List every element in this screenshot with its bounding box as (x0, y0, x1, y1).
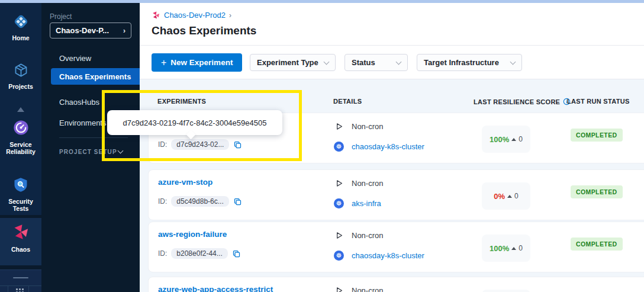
module-rail: Home Projects Service Reliability (0, 3, 41, 292)
service-reliability-icon (12, 128, 30, 138)
play-icon (334, 285, 344, 292)
app-grid-icon[interactable] (16, 288, 18, 290)
column-header-details: DETAILS (333, 98, 362, 105)
chevron-right-icon: › (123, 27, 125, 35)
infra-link[interactable]: chaosday-k8s-cluster (352, 251, 424, 260)
experiment-id-pill[interactable]: b208e0f2-44... (171, 248, 227, 259)
rail-resize-dash-icon (13, 277, 28, 278)
play-icon (334, 178, 344, 188)
rail-item-security-tests[interactable]: Security Tests (0, 177, 41, 212)
sidebar-item-environments[interactable]: Environments (59, 118, 106, 127)
id-tooltip: d7c9d243-0219-4f7c-84c2-3004e59e4505 (107, 110, 282, 135)
schedule-label: Non-cron (352, 286, 383, 292)
chevron-down-icon (510, 59, 516, 65)
delta-value: 0 (519, 135, 523, 143)
id-label: ID: (158, 140, 167, 149)
experiment-name-link[interactable]: azure-web-app-access-restrict (158, 285, 273, 292)
schedule-row: Non-cron (334, 285, 383, 292)
schedule-label: Non-cron (352, 231, 383, 240)
infra-row: ☸ chaosday-k8s-cluster (334, 251, 424, 261)
rail-item-chaos[interactable]: Chaos (0, 218, 41, 265)
experiment-id-row: ID: d7c9d243-02... (158, 139, 242, 150)
rail-scroll-up-icon[interactable] (17, 107, 24, 112)
resilience-score-box: 100% 0 (482, 235, 530, 262)
plus-icon: + (161, 58, 166, 68)
projects-icon (13, 70, 29, 80)
column-header-resilience-score: LAST RESILIENCE SCORE (474, 98, 571, 105)
table-row[interactable]: azure-web-app-access-restrict Non-cron C… (148, 277, 644, 292)
infra-link[interactable]: aks-infra (352, 199, 381, 208)
schedule-label: Non-cron (352, 179, 383, 188)
column-header-last-run-status: LAST RUN STATUS (567, 98, 630, 105)
resilience-score-box: 0% 0 (482, 182, 530, 210)
status-badge: COMPLETED (571, 185, 623, 198)
copy-icon[interactable] (232, 249, 241, 258)
sidebar-divider (59, 137, 128, 138)
play-icon (334, 230, 344, 240)
copy-icon[interactable] (233, 140, 242, 149)
filter-status-label: Status (352, 58, 375, 67)
breadcrumb-project-link[interactable]: Chaos-Dev-Prod2 (164, 11, 226, 20)
resilience-score-value: 0% (494, 192, 505, 201)
breadcrumb: Chaos-Dev-Prod2 › (152, 11, 231, 20)
resilience-score-box (482, 290, 530, 292)
rail-label-service-reliability: Service Reliability (0, 141, 41, 155)
chevron-down-icon[interactable] (118, 148, 124, 154)
project-setup-toggle[interactable]: PROJECT SETUP (59, 149, 117, 155)
filter-target-infrastructure[interactable]: Target Infrastructure (417, 54, 522, 71)
infra-row: ☸ aks-infra (334, 198, 381, 208)
schedule-row: Non-cron (334, 178, 383, 188)
experiment-name-link[interactable]: aws-region-failure (158, 230, 227, 239)
kubernetes-icon: ☸ (334, 142, 344, 152)
experiment-id-row: ID: b208e0f2-44... (158, 248, 241, 259)
table-row[interactable]: aws-region-failure ID: b208e0f2-44... (148, 222, 644, 272)
delta-up-icon (511, 247, 516, 250)
project-section-label: Project (50, 12, 72, 21)
page-title: Chaos Experiments (152, 24, 256, 37)
delta-up-icon (511, 138, 516, 141)
main-content: Chaos-Dev-Prod2 › Chaos Experiments + Ne… (140, 3, 644, 292)
rail-item-service-reliability[interactable]: Service Reliability (0, 119, 41, 155)
play-icon (334, 121, 344, 131)
experiment-id-pill[interactable]: d7c9d243-02... (171, 139, 229, 150)
table-row[interactable]: azure-vm-stop ID: d5c49d8b-6c... (148, 169, 644, 220)
home-icon (13, 21, 29, 31)
delta-up-icon (507, 195, 512, 198)
rail-label-security-tests: Security Tests (0, 198, 41, 212)
filter-status[interactable]: Status (344, 54, 408, 71)
rail-bottom-bar (0, 285, 41, 292)
experiment-id-pill[interactable]: d5c49d8b-6c... (171, 196, 228, 207)
project-selector-value: Chaos-Dev-P... (56, 26, 109, 35)
status-badge: COMPLETED (571, 238, 623, 251)
rail-label-chaos: Chaos (0, 246, 41, 253)
project-sidebar: Project Chaos-Dev-P... › Overview Chaos … (41, 3, 140, 292)
sidebar-item-chaoshubs[interactable]: ChaosHubs (59, 98, 99, 107)
sidebar-item-chaos-experiments[interactable]: Chaos Experiments (51, 68, 140, 85)
project-selector[interactable]: Chaos-Dev-P... › (50, 23, 131, 38)
rail-item-projects[interactable]: Projects (0, 62, 41, 90)
rail-item-home[interactable]: Home (0, 14, 41, 41)
new-experiment-button-label: New Experiment (170, 58, 233, 67)
kubernetes-icon: ☸ (334, 198, 344, 208)
toolbar: + New Experiment Experiment Type Status … (140, 46, 644, 79)
resilience-score-box: 100% 0 (482, 126, 530, 153)
infra-link[interactable]: chaosday-k8s-cluster (352, 142, 424, 151)
id-tooltip-text: d7c9d243-0219-4f7c-84c2-3004e59e4505 (123, 118, 267, 127)
chaos-experiments-page: Home Projects Service Reliability (0, 0, 644, 292)
schedule-row: Non-cron (334, 230, 383, 240)
filter-experiment-type-label: Experiment Type (257, 58, 318, 67)
filter-experiment-type[interactable]: Experiment Type (250, 54, 336, 71)
rail-resize-handle[interactable] (0, 269, 41, 285)
security-tests-icon (12, 185, 29, 195)
new-experiment-button[interactable]: + New Experiment (152, 53, 242, 72)
resilience-score-value: 100% (490, 244, 509, 253)
experiment-name-link[interactable]: azure-vm-stop (158, 178, 212, 187)
rail-label-projects: Projects (0, 83, 41, 90)
filter-target-infrastructure-label: Target Infrastructure (424, 58, 499, 67)
copy-icon[interactable] (233, 197, 242, 206)
id-label: ID: (158, 249, 167, 258)
sidebar-item-overview[interactable]: Overview (59, 54, 91, 63)
rail-label-home: Home (0, 34, 41, 41)
column-header-experiments: EXPERIMENTS (157, 98, 206, 105)
experiment-id-row: ID: d5c49d8b-6c... (158, 196, 242, 207)
